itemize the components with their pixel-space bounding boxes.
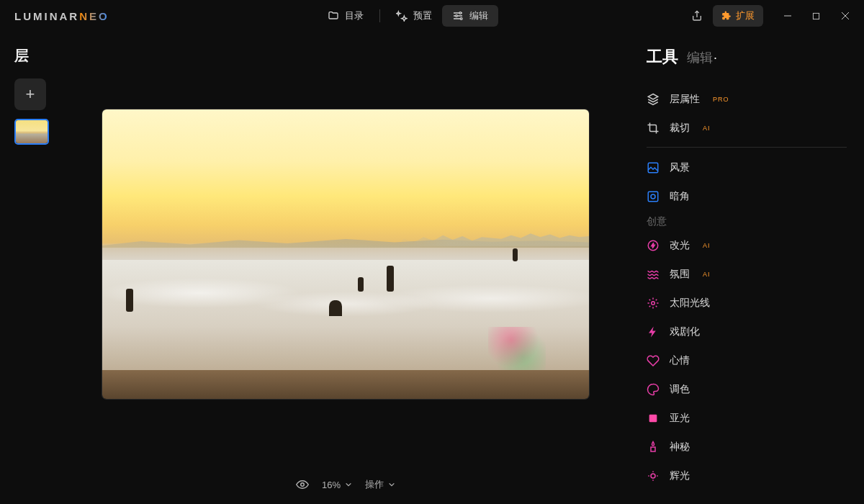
minimize-button[interactable] — [775, 6, 801, 26]
app-logo: LUMINAR NEO — [14, 10, 109, 22]
tab-edit[interactable]: 编辑· — [687, 49, 717, 66]
tool-landscape[interactable]: 风景 — [647, 153, 847, 182]
section-creative: 创意 — [647, 215, 847, 228]
vignette-icon — [647, 190, 660, 203]
sparkle-icon — [396, 10, 408, 22]
tool-mood[interactable]: 心情 — [647, 346, 847, 375]
svg-point-2 — [461, 18, 463, 20]
square-icon — [647, 412, 660, 425]
right-tabs: 工具 编辑· — [647, 46, 847, 68]
window-controls — [775, 6, 858, 26]
svg-point-7 — [301, 483, 305, 487]
crop-icon — [647, 122, 660, 135]
separator — [647, 147, 847, 148]
svg-point-14 — [651, 474, 655, 478]
canvas-area: 16% 操作 — [65, 32, 626, 504]
tool-vignette[interactable]: 暗角 — [647, 182, 847, 211]
nav-edit[interactable]: 编辑 — [442, 5, 498, 27]
svg-rect-9 — [648, 192, 658, 202]
chevron-down-icon — [345, 481, 352, 488]
title-bar: LUMINAR NEO 目录 预置 编辑 — [0, 0, 864, 32]
canvas-footer: 16% 操作 — [65, 478, 626, 491]
landscape-icon — [647, 161, 660, 174]
tool-mystical[interactable]: 神秘 — [647, 433, 847, 462]
svg-rect-4 — [814, 13, 819, 19]
tools-panel: 工具 编辑· 层属性 PRO 裁切 AI 风景 — [626, 32, 864, 504]
sun-icon — [647, 297, 660, 310]
ai-badge: AI — [703, 242, 711, 249]
tab-tools[interactable]: 工具 — [647, 46, 678, 68]
sliders-icon — [452, 10, 464, 22]
folder-icon — [328, 10, 339, 22]
plus-icon: + — [26, 85, 35, 104]
glow-icon — [647, 469, 660, 482]
operations-dropdown[interactable]: 操作 — [365, 478, 395, 491]
layers-icon — [647, 93, 660, 106]
tool-glow[interactable]: 辉光 — [647, 462, 847, 490]
layers-title: 层 — [14, 46, 52, 66]
share-button[interactable] — [685, 6, 708, 26]
waves-icon — [647, 268, 660, 281]
svg-point-12 — [652, 302, 655, 305]
separator — [379, 9, 380, 22]
palette-icon — [647, 383, 660, 396]
tool-dramatic[interactable]: 戏剧化 — [647, 318, 847, 346]
main-area: 层 + — [0, 32, 864, 504]
maximize-button[interactable] — [804, 6, 829, 26]
layers-panel: 层 + — [0, 32, 65, 504]
svg-point-1 — [456, 15, 458, 17]
nav-catalog[interactable]: 目录 — [318, 5, 374, 27]
share-icon — [691, 10, 703, 22]
bolt-icon — [647, 325, 660, 338]
chevron-down-icon — [388, 481, 395, 488]
close-button[interactable] — [832, 6, 858, 26]
layer-thumbnail[interactable] — [14, 119, 49, 145]
tool-layer-properties[interactable]: 层属性 PRO — [647, 85, 847, 114]
tool-toning[interactable]: 调色 — [647, 375, 847, 404]
add-layer-button[interactable]: + — [14, 78, 46, 110]
ai-badge: AI — [703, 125, 711, 132]
puzzle-icon — [721, 11, 732, 21]
top-nav: 目录 预置 编辑 — [318, 5, 498, 27]
thumbnail-image — [16, 120, 48, 143]
titlebar-right: 扩展 — [685, 5, 858, 27]
visibility-toggle[interactable] — [296, 478, 309, 491]
candle-icon — [647, 441, 660, 454]
extensions-button[interactable]: 扩展 — [713, 5, 763, 27]
tool-sunrays[interactable]: 太阳光线 — [647, 289, 847, 318]
svg-point-0 — [459, 12, 462, 14]
svg-rect-13 — [649, 415, 657, 423]
zoom-dropdown[interactable]: 16% — [322, 480, 352, 490]
ai-badge: AI — [703, 271, 711, 278]
tool-atmosphere[interactable]: 氛围 AI — [647, 260, 847, 289]
tool-crop[interactable]: 裁切 AI — [647, 114, 847, 143]
tool-relight[interactable]: 改光 AI — [647, 231, 847, 260]
eye-icon — [296, 478, 309, 491]
nav-presets[interactable]: 预置 — [386, 5, 442, 27]
pro-badge: PRO — [713, 96, 729, 103]
image-canvas[interactable] — [102, 109, 589, 399]
heart-icon — [647, 354, 660, 367]
tool-matte[interactable]: 亚光 — [647, 404, 847, 433]
photo-content — [102, 109, 589, 399]
svg-point-10 — [651, 194, 655, 199]
flash-icon — [647, 239, 660, 252]
